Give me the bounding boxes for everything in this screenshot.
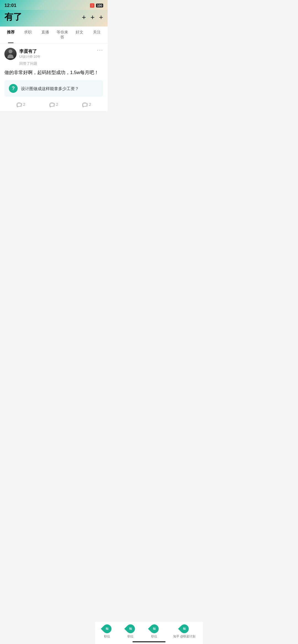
nav-tabs: 推荐 求职 直播 等你来答 好文 关注 (0, 27, 108, 43)
comment-count-2: 2 (56, 102, 58, 107)
post-card: 李蛋有了 UI设计师·10年 ··· 回答了问题 做的非常好啊，起码转型成功，1… (0, 43, 108, 111)
author-meta: 李蛋有了 UI设计师·10年 (19, 49, 41, 59)
header-actions: + + + (82, 13, 103, 22)
avatar[interactable] (4, 48, 17, 60)
add-button-1[interactable]: + (82, 13, 86, 22)
comment-action-3[interactable]: 2 (82, 102, 91, 107)
action-label: 回答了问题 (19, 61, 103, 66)
tab-recommend[interactable]: 推荐 (2, 27, 19, 43)
comment-icon-2 (49, 102, 54, 107)
tab-live[interactable]: 直播 (37, 27, 54, 43)
header: 有了 + + + (0, 10, 108, 27)
battery-icon: 100 (96, 4, 103, 7)
comment-count-1: 2 (23, 102, 25, 107)
comment-icon-1 (17, 102, 22, 107)
author-info: 李蛋有了 UI设计师·10年 (4, 48, 41, 60)
status-time: 12:01 (4, 3, 16, 8)
author-name: 李蛋有了 (19, 49, 41, 54)
comment-action-2[interactable]: 2 (49, 102, 58, 107)
question-text: 设计图做成这样能拿多少工资？ (21, 86, 79, 91)
alert-icon: ! (90, 3, 94, 8)
comment-count-3: 2 (89, 102, 91, 107)
comment-action-1[interactable]: 2 (17, 102, 25, 107)
more-button[interactable]: ··· (97, 47, 103, 53)
author-desc: UI设计师·10年 (19, 54, 41, 59)
status-icons: ! 100 (90, 3, 103, 8)
comment-icon-3 (82, 102, 87, 107)
status-bar: 12:01 ! 100 (0, 0, 108, 10)
content-spacer (0, 111, 108, 277)
tab-jobs[interactable]: 求职 (19, 27, 36, 43)
page-title: 有了 (4, 11, 22, 23)
avatar-image (4, 48, 17, 60)
feed: 李蛋有了 UI设计师·10年 ··· 回答了问题 做的非常好啊，起码转型成功，1… (0, 43, 108, 111)
question-icon: ? (9, 84, 18, 93)
tab-articles[interactable]: 好文 (71, 27, 88, 43)
add-button-3[interactable]: + (99, 13, 103, 22)
post-footer: 2 2 2 (4, 101, 103, 107)
post-content: 做的非常好啊，起码转型成功，1.5w每月吧！ (4, 69, 103, 76)
tab-waiting[interactable]: 等你来答 (54, 27, 71, 43)
post-header: 李蛋有了 UI设计师·10年 ··· (4, 48, 103, 60)
add-button-2[interactable]: + (91, 13, 95, 22)
question-card[interactable]: ? 设计图做成这样能拿多少工资？ (4, 80, 103, 97)
tab-follow[interactable]: 关注 (88, 27, 105, 43)
